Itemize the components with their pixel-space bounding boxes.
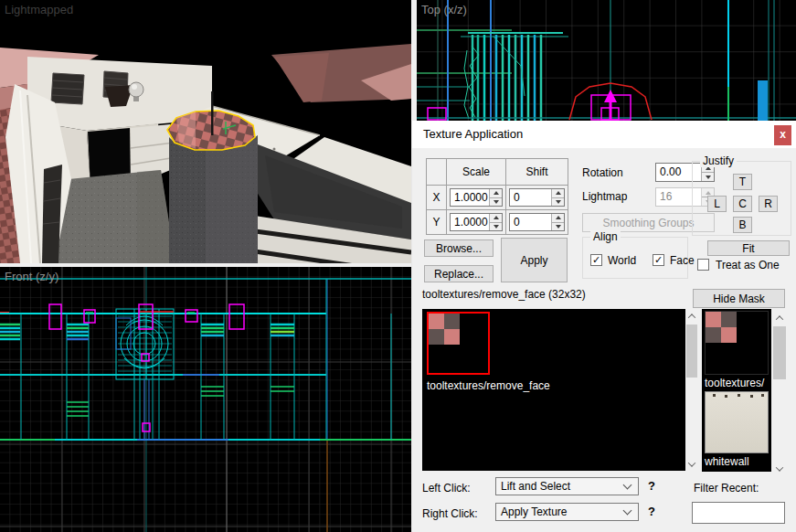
texture-browser-scrollbar[interactable]	[685, 309, 698, 471]
viewport-front[interactable]: Front (z/y)	[0, 267, 411, 532]
recent-texture-label: tooltextures/	[705, 377, 764, 389]
left-click-label: Left Click:	[422, 482, 471, 495]
fit-button[interactable]: Fit	[707, 240, 790, 256]
shift-column-header: Shift	[506, 159, 568, 186]
align-face-checkbox[interactable]: ✓	[653, 254, 664, 266]
hide-mask-button[interactable]: Hide Mask	[693, 289, 785, 308]
justify-group-title: Justify	[700, 154, 737, 167]
texture-tile-selected-label: tooltextures/remove_face	[427, 379, 550, 392]
y-scale-spin-down[interactable]	[490, 222, 502, 231]
align-group: Align ✓ World ✓ Face	[582, 237, 688, 279]
replace-button[interactable]: Replace...	[424, 265, 494, 282]
align-world-checkbox[interactable]: ✓	[590, 254, 602, 266]
align-group-title: Align	[590, 230, 621, 243]
justify-group: Justify T L C R B	[692, 161, 791, 236]
justify-center-button[interactable]: C	[733, 196, 752, 212]
scroll-up-icon[interactable]	[772, 311, 787, 325]
rotation-label: Rotation	[582, 166, 623, 179]
y-scale-spin-up[interactable]	[490, 214, 502, 222]
wireframe-front-canvas	[0, 267, 411, 532]
y-shift-spin-down[interactable]	[552, 222, 564, 231]
scrollbar-thumb[interactable]	[686, 325, 697, 378]
wireframe-top-canvas	[417, 0, 796, 121]
scale-column-header: Scale	[447, 159, 506, 186]
treat-as-one-checkbox[interactable]	[697, 259, 709, 271]
viewport-top[interactable]: Top (x/z)	[417, 0, 796, 121]
justify-left-button[interactable]: L	[707, 196, 727, 212]
filter-recent-input[interactable]	[692, 502, 785, 524]
y-scale-input[interactable]: 1.0000	[450, 213, 503, 231]
left-click-help-icon[interactable]: ?	[648, 479, 655, 493]
apply-button[interactable]: Apply	[501, 238, 568, 282]
recent-list-scrollbar[interactable]	[772, 311, 787, 475]
recent-texture-label: whitewall	[705, 455, 749, 468]
left-click-dropdown[interactable]: Lift and Select	[495, 477, 639, 495]
filter-recent-label: Filter Recent:	[694, 482, 759, 495]
align-face-label: Face	[670, 254, 695, 267]
chevron-down-icon	[623, 506, 632, 516]
3d-scene	[0, 44, 411, 263]
texture-application-dialog: Texture Application x Scale Shift X 1.00…	[411, 121, 796, 532]
x-scale-input[interactable]: 1.0000	[450, 188, 503, 207]
scroll-down-icon[interactable]	[685, 457, 698, 471]
scale-shift-table: Scale Shift X 1.0000 0 Y 1.0000 0	[426, 158, 568, 235]
dialog-title: Texture Application	[423, 127, 523, 141]
dialog-titlebar[interactable]: Texture Application x	[412, 121, 796, 148]
x-scale-spin-down[interactable]	[490, 197, 502, 207]
justify-top-button[interactable]: T	[733, 174, 752, 190]
texture-tile-selected[interactable]	[427, 312, 490, 375]
x-scale-spin-up[interactable]	[490, 189, 502, 197]
scroll-up-icon[interactable]	[685, 309, 698, 323]
scroll-down-icon[interactable]	[772, 462, 787, 475]
right-click-dropdown[interactable]: Apply Texture	[495, 503, 639, 521]
browse-button[interactable]: Browse...	[424, 239, 494, 257]
close-icon[interactable]: x	[774, 125, 791, 145]
texture-browser[interactable]: tooltextures/remove_face	[422, 309, 685, 471]
y-shift-spin-up[interactable]	[552, 214, 564, 222]
right-click-help-icon[interactable]: ?	[648, 505, 655, 518]
right-click-label: Right Click:	[422, 507, 478, 520]
x-shift-spin-down[interactable]	[552, 197, 564, 207]
justify-bottom-button[interactable]: B	[733, 217, 752, 233]
x-row-label: X	[427, 186, 447, 210]
lightmap-label: Lightmap	[582, 190, 627, 203]
chevron-down-icon	[623, 481, 632, 490]
x-shift-spin-up[interactable]	[552, 189, 564, 197]
x-shift-input[interactable]: 0	[509, 188, 565, 207]
recent-texture-tile[interactable]	[705, 311, 769, 375]
viewport-3d-lightmapped[interactable]: Lightmapped	[0, 0, 411, 263]
current-texture-name: tooltextures/remove_face (32x32)	[422, 288, 586, 301]
y-row-label: Y	[427, 210, 447, 235]
align-world-label: World	[608, 254, 636, 267]
justify-right-button[interactable]: R	[759, 196, 778, 212]
recent-texture-tile[interactable]	[705, 391, 769, 453]
y-shift-input[interactable]: 0	[509, 213, 565, 231]
table-corner-cell	[427, 159, 447, 186]
scene-3d-canvas	[0, 0, 411, 263]
treat-as-one-label: Treat as One	[716, 259, 780, 271]
recent-textures-list[interactable]: tooltextures/ whitewall	[702, 309, 771, 472]
scrollbar-thumb[interactable]	[773, 326, 786, 379]
